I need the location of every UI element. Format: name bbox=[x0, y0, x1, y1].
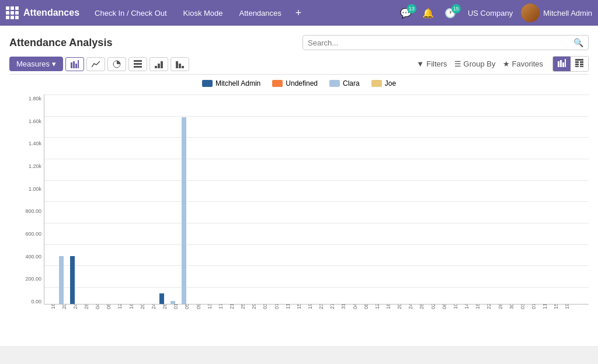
groupby-button[interactable]: ☰ Group By bbox=[454, 60, 496, 68]
y-axis-label: 0.00 bbox=[31, 299, 41, 304]
x-axis-label: 23 May 2022 bbox=[318, 304, 324, 309]
x-axis-label: 09 Apr 2022 bbox=[196, 304, 201, 309]
view-toggle bbox=[552, 56, 589, 72]
chart-legend: Mitchell AdminUndefinedClaraJoe bbox=[9, 75, 589, 92]
x-axis-label: 28 Jun 2022 bbox=[419, 304, 425, 309]
favorites-label: Favorites bbox=[512, 60, 543, 68]
avatar[interactable] bbox=[521, 4, 540, 22]
x-axis-label: 20 Mar 2022 bbox=[140, 304, 145, 309]
nav-icons: 💬 13 🔔 🕐 15 US Company Mitchell Admin bbox=[397, 4, 592, 22]
filter-icon: ▼ bbox=[416, 60, 424, 68]
nav-kiosk-mode[interactable]: Kiosk Mode bbox=[176, 5, 230, 21]
chat-button[interactable]: 💬 13 bbox=[397, 5, 415, 21]
groupby-icon: ☰ bbox=[454, 60, 461, 68]
svg-rect-17 bbox=[565, 59, 566, 67]
add-menu-button[interactable]: + bbox=[291, 6, 307, 20]
y-axis-title: Hours Worked bbox=[9, 182, 10, 217]
chat-badge: 13 bbox=[407, 4, 416, 13]
svg-rect-3 bbox=[78, 60, 79, 68]
sort-desc-button[interactable] bbox=[171, 57, 189, 71]
svg-rect-13 bbox=[182, 66, 184, 68]
x-axis-label: 12 Jun 2022 bbox=[374, 304, 380, 309]
x-axis-label: 15 Aug 2022 bbox=[553, 304, 559, 309]
x-axis-label: 16 Mar 2022 bbox=[128, 304, 134, 309]
grid-line bbox=[44, 287, 589, 288]
grid-line bbox=[44, 244, 589, 245]
svg-rect-10 bbox=[161, 61, 163, 68]
y-axis-label: 200.00 bbox=[25, 276, 41, 282]
x-axis-label: 08 Mar 2022 bbox=[106, 304, 112, 309]
stack-button[interactable] bbox=[128, 57, 147, 71]
y-axis-label: 800.00 bbox=[25, 208, 41, 214]
svg-rect-7 bbox=[134, 66, 142, 68]
grid-line bbox=[44, 201, 589, 202]
x-axis-label: 24 Mar 2022 bbox=[151, 304, 157, 309]
svg-rect-12 bbox=[179, 64, 181, 68]
app-title: Attendances bbox=[23, 8, 79, 18]
filters-label: Filters bbox=[426, 60, 447, 68]
favorites-button[interactable]: ★ Favorites bbox=[503, 60, 543, 68]
nav-check-in-out[interactable]: Check In / Check Out bbox=[88, 5, 174, 21]
x-axis-label: 03 May 2022 bbox=[262, 304, 268, 309]
line-chart-button[interactable] bbox=[86, 57, 105, 71]
x-axis-label: 11 Aug 2022 bbox=[542, 304, 548, 309]
sort-asc-button[interactable] bbox=[150, 57, 168, 71]
x-axis-label: 28 Mar 2022 bbox=[162, 304, 168, 309]
x-axis-label: 27 May 2022 bbox=[329, 304, 335, 309]
nav-attendances[interactable]: Attendances bbox=[232, 5, 288, 21]
clock-badge: 15 bbox=[451, 4, 461, 13]
x-axis-label: 06 Jul 2022 bbox=[441, 304, 447, 309]
x-axis-label: 04 Mar 2022 bbox=[95, 304, 100, 309]
legend-color bbox=[371, 80, 382, 87]
y-axis-label: 1.00k bbox=[29, 186, 41, 192]
chart-view-button[interactable] bbox=[553, 57, 571, 71]
svg-rect-6 bbox=[134, 63, 142, 65]
measures-button[interactable]: Measures ▾ bbox=[9, 57, 63, 71]
legend-item: Clara bbox=[329, 79, 360, 88]
x-axis-label: 28 Feb 2022 bbox=[84, 304, 89, 309]
legend-label: Undefined bbox=[286, 79, 318, 88]
svg-rect-0 bbox=[71, 62, 72, 68]
svg-rect-16 bbox=[562, 62, 564, 67]
x-axis-label: 19 Aug 2022 bbox=[564, 304, 570, 309]
bar-chart-button[interactable] bbox=[65, 57, 84, 71]
y-axis-labels: 1.80k1.60k1.40k1.20k1.00k800.00600.00400… bbox=[18, 94, 44, 304]
x-axis-label: 24 Jun 2022 bbox=[408, 304, 413, 309]
svg-rect-23 bbox=[575, 66, 579, 67]
pie-chart-button[interactable] bbox=[107, 57, 126, 71]
clock-button[interactable]: 🕐 15 bbox=[441, 5, 460, 21]
action-bar: Measures ▾ ▼ Filters ☰ G bbox=[9, 54, 589, 75]
legend-item: Joe bbox=[371, 79, 396, 88]
search-icon[interactable]: 🔍 bbox=[573, 38, 583, 47]
chart-bar bbox=[159, 293, 164, 304]
toolbar: Attendance Analysis 🔍 bbox=[9, 32, 589, 54]
y-axis-label: 1.40k bbox=[29, 141, 41, 146]
y-axis-label: 1.80k bbox=[29, 96, 41, 102]
svg-rect-9 bbox=[158, 64, 160, 68]
app-logo[interactable]: Attendances bbox=[6, 6, 79, 19]
grid-line bbox=[44, 223, 589, 223]
svg-rect-22 bbox=[580, 64, 583, 65]
x-axis-label: 03 Aug 2022 bbox=[520, 304, 526, 309]
svg-rect-14 bbox=[558, 61, 559, 67]
x-axis-label: 13 Apr 2022 bbox=[207, 304, 213, 309]
legend-color bbox=[272, 80, 283, 87]
notification-button[interactable]: 🔔 bbox=[419, 5, 437, 21]
search-bar[interactable]: 🔍 bbox=[303, 35, 589, 50]
y-axis-label: 400.00 bbox=[25, 254, 41, 260]
svg-rect-19 bbox=[575, 61, 579, 63]
svg-rect-1 bbox=[73, 61, 75, 68]
svg-rect-11 bbox=[176, 61, 178, 68]
x-axis-label: 29 Apr 2022 bbox=[251, 304, 257, 309]
y-axis-label: 1.60k bbox=[29, 118, 41, 124]
table-view-button[interactable] bbox=[571, 57, 588, 71]
search-input[interactable] bbox=[308, 38, 573, 47]
filters-button[interactable]: ▼ Filters bbox=[416, 60, 447, 68]
user-name: Mitchell Admin bbox=[543, 9, 592, 18]
svg-rect-18 bbox=[575, 59, 583, 61]
x-axis-label: 10 Jul 2022 bbox=[453, 304, 458, 309]
x-axis-label: 12 Mar 2022 bbox=[117, 304, 123, 309]
x-axis-labels: 16 Feb 202220 Feb 202224 Feb 202228 Feb … bbox=[44, 304, 589, 340]
filter-group: ▼ Filters ☰ Group By ★ Favorites bbox=[416, 60, 543, 68]
legend-item: Mitchell Admin bbox=[202, 79, 260, 88]
